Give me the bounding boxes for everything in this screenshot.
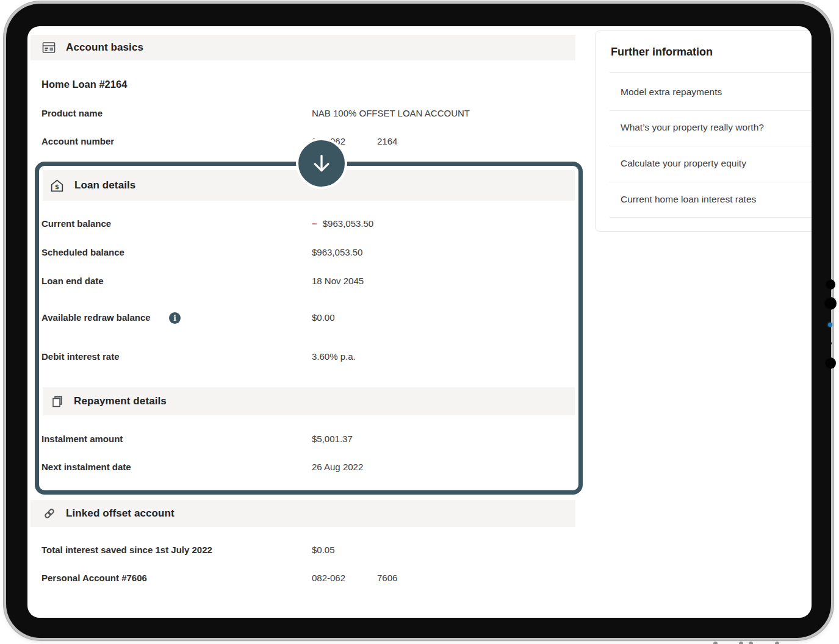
debit-interest-value: 3.60% p.a. <box>312 351 356 362</box>
interest-saved-row: Total interest saved since 1st July 2022… <box>41 545 578 558</box>
divider <box>610 182 812 182</box>
account-number-label: Account number <box>41 136 114 146</box>
available-redraw-label: Available redraw balance <box>41 312 151 323</box>
loan-end-date-row: Loan end date 18 Nov 2045 <box>41 276 566 289</box>
account-basics-title: Account basics <box>66 41 143 54</box>
link-property-equity[interactable]: Calculate your property equity <box>621 158 746 170</box>
linked-offset-title: Linked offset account <box>66 507 175 520</box>
loan-end-date-label: Loan end date <box>41 276 104 286</box>
further-information-card: Further information Model extra repaymen… <box>595 30 812 232</box>
linked-offset-section-header: Linked offset account <box>31 500 575 527</box>
documents-copy-icon <box>51 395 64 409</box>
interest-saved-label: Total interest saved since 1st July 2022 <box>41 545 212 555</box>
product-name-row: Product name NAB 100% OFFSET LOAN ACCOUN… <box>41 108 578 121</box>
negative-sign: − <box>312 218 317 229</box>
interest-saved-value: $0.05 <box>312 545 335 555</box>
instalment-amount-value: $5,001.37 <box>312 434 353 444</box>
current-balance-row: Current balance −$963,053.50 <box>41 218 566 232</box>
link-icon <box>43 507 56 520</box>
camera-dot <box>824 357 836 369</box>
home-dollar-icon: $ <box>49 178 65 193</box>
svg-text:$: $ <box>55 184 59 190</box>
app-screen: Account basics Home Loan #2164 Product n… <box>27 26 812 618</box>
camera-mic-dot <box>829 342 832 345</box>
personal-account-label: Personal Account #7606 <box>41 573 147 583</box>
personal-account-number: 7606 <box>377 573 397 583</box>
loan-details-title: Loan details <box>74 179 135 191</box>
camera-led <box>828 323 832 327</box>
link-model-extra-repayments[interactable]: Model extra repayments <box>621 87 722 99</box>
available-redraw-row: Available redraw balance i $0.00 <box>41 312 566 326</box>
divider <box>610 146 812 146</box>
speaker-dot <box>749 642 753 644</box>
product-name-value: NAB 100% OFFSET LOAN ACCOUNT <box>312 108 470 118</box>
repayment-details-title: Repayment details <box>74 395 167 407</box>
product-name-label: Product name <box>41 108 103 118</box>
account-number-value: 2164 <box>377 136 397 146</box>
camera-dot <box>825 279 835 290</box>
down-arrow-icon <box>309 151 334 176</box>
link-property-worth[interactable]: What’s your property really worth? <box>621 122 764 134</box>
speaker-dot <box>713 642 718 644</box>
scroll-down-button[interactable] <box>296 138 347 189</box>
instalment-amount-row: Instalment amount $5,001.37 <box>41 434 566 447</box>
camera-lens <box>824 297 837 310</box>
scheduled-balance-row: Scheduled balance $963,053.50 <box>41 247 566 260</box>
home-loan-title: Home Loan #2164 <box>41 79 127 90</box>
divider <box>610 72 812 73</box>
speaker-dot <box>775 642 779 644</box>
account-basics-section-header: Account basics <box>31 35 575 60</box>
speaker-dot <box>739 642 743 644</box>
personal-account-bsb: 082-062 <box>312 573 345 583</box>
scheduled-balance-value: $963,053.50 <box>312 247 362 257</box>
debit-interest-row: Debit interest rate 3.60% p.a. <box>41 351 566 365</box>
repayment-details-section-header: Repayment details <box>43 387 575 415</box>
divider <box>610 110 812 111</box>
next-instalment-row: Next instalment date 26 Aug 2022 <box>41 462 566 475</box>
billing-card-icon <box>41 40 56 55</box>
divider <box>610 217 812 218</box>
info-icon[interactable]: i <box>169 312 181 324</box>
instalment-amount-label: Instalment amount <box>41 434 123 444</box>
next-instalment-value: 26 Aug 2022 <box>312 462 363 472</box>
current-balance-value: −$963,053.50 <box>312 218 373 229</box>
loan-details-highlight-box: $ Loan details Current balance −$963,053… <box>35 162 583 495</box>
current-balance-label: Current balance <box>41 218 111 229</box>
next-instalment-label: Next instalment date <box>41 462 131 472</box>
debit-interest-label: Debit interest rate <box>41 351 120 362</box>
tablet-frame: Account basics Home Loan #2164 Product n… <box>6 4 831 638</box>
personal-account-row: Personal Account #7606 082-062 7606 <box>41 573 578 586</box>
page: { "colors": { "accent_teal": "#3c5661", … <box>0 0 839 644</box>
available-redraw-value: $0.00 <box>312 312 335 323</box>
loan-end-date-value: 18 Nov 2045 <box>312 276 364 286</box>
link-interest-rates[interactable]: Current home loan interest rates <box>621 194 756 206</box>
scheduled-balance-label: Scheduled balance <box>41 247 124 257</box>
further-information-title: Further information <box>611 46 713 59</box>
